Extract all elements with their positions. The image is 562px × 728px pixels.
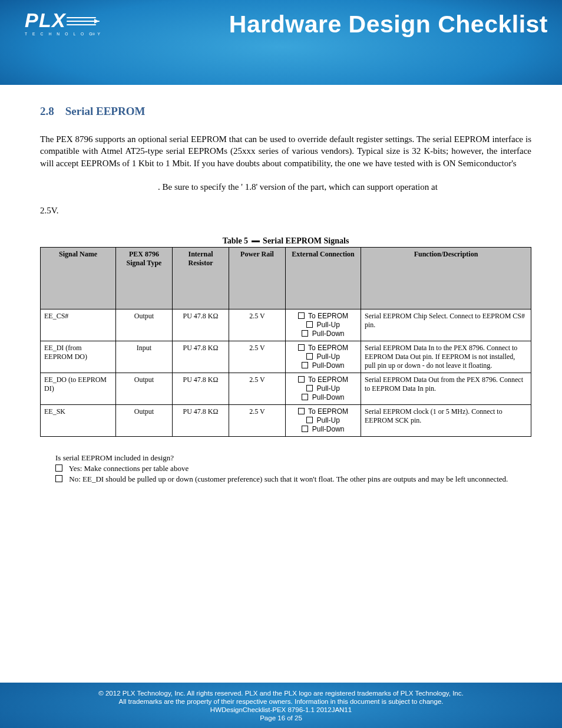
cell-connection: To EEPROM Pull-Up Pull-Down (286, 309, 361, 341)
post-no: No: EE_DI should be pulled up or down (c… (55, 475, 531, 484)
col-signal: Signal Name (41, 248, 116, 309)
checkbox-icon[interactable] (298, 408, 305, 414)
intro-paragraph-2: . Be sure to specify the ' 1.8' version … (158, 181, 531, 193)
checkbox-icon[interactable] (302, 394, 308, 400)
post-yes: Yes: Make connections per table above (55, 464, 531, 473)
footer-line: HWDesignChecklist-PEX 8796-1.1 2012JAN11 (0, 706, 562, 713)
svg-text:L: L (39, 9, 51, 31)
footer-line: Page 16 of 25 (0, 714, 562, 722)
post-table-checklist: Is serial EEPROM included in design? Yes… (55, 453, 531, 484)
banner-title: Hardware Design Checklist (229, 11, 548, 38)
checkbox-icon[interactable] (298, 376, 305, 383)
cell-rail: 2.5 V (229, 405, 286, 437)
col-conn: External Connection (286, 248, 361, 309)
intro-paragraph-3: 2.5V. (40, 205, 531, 216)
checkbox-icon[interactable] (306, 321, 313, 328)
svg-text:X: X (51, 9, 67, 31)
checkbox-icon[interactable] (306, 385, 313, 391)
table-row: EE_DO (to EEPROM DI)OutputPU 47.8 KΩ2.5 … (41, 373, 531, 405)
plx-logo-icon: P L X T E C H N O L O G Y ® (25, 7, 101, 42)
table-header-row: Signal Name PEX 8796 Signal Type Interna… (41, 248, 531, 309)
col-rail: Power Rail (229, 248, 286, 309)
table-row: EE_CS#OutputPU 47.8 KΩ2.5 V To EEPROM Pu… (41, 309, 531, 341)
cell-signal: EE_DI (from EEPROM DO) (41, 341, 116, 373)
footer-banner: © 2012 PLX Technology, Inc. All rights r… (0, 683, 562, 728)
checkbox-icon[interactable] (306, 417, 313, 423)
col-func: Function/Description (361, 248, 531, 309)
intro-paragraph-1: The PEX 8796 supports an optional serial… (40, 133, 531, 169)
svg-marker-6 (94, 19, 99, 24)
cell-signal: EE_SK (41, 405, 116, 437)
checkbox-icon[interactable] (55, 465, 62, 472)
checkbox-icon[interactable] (302, 426, 308, 432)
cell-rail: 2.5 V (229, 309, 286, 341)
checkbox-icon[interactable] (298, 312, 305, 319)
cell-func: Serial EEPROM Chip Select. Connect to EE… (361, 309, 531, 341)
section-heading: 2.8 Serial EEPROM (40, 105, 531, 118)
cell-connection: To EEPROM Pull-Up Pull-Down (286, 341, 361, 373)
cell-type: Output (116, 309, 173, 341)
cell-rail: 2.5 V (229, 341, 286, 373)
eeprom-signals-table: Signal Name PEX 8796 Signal Type Interna… (40, 247, 531, 437)
checkbox-icon[interactable] (298, 344, 305, 351)
cell-type: Output (116, 405, 173, 437)
cell-func: Serial EEPROM Data In to the PEX 8796. C… (361, 341, 531, 373)
cell-connection: To EEPROM Pull-Up Pull-Down (286, 373, 361, 405)
checkbox-icon[interactable] (302, 362, 308, 368)
col-type: PEX 8796 Signal Type (116, 248, 173, 309)
footer-line: All trademarks are the property of their… (0, 698, 562, 705)
table-row: EE_DI (from EEPROM DO)InputPU 47.8 KΩ2.5… (41, 341, 531, 373)
cell-int: PU 47.8 KΩ (173, 309, 229, 341)
cell-signal: EE_CS# (41, 309, 116, 341)
cell-int: PU 47.8 KΩ (173, 373, 229, 405)
cell-int: PU 47.8 KΩ (173, 341, 229, 373)
section-title: Serial EEPROM (65, 105, 146, 117)
checkbox-icon[interactable] (55, 475, 62, 482)
post-question: Is serial EEPROM included in design? (55, 453, 531, 463)
table-row: EE_SKOutputPU 47.8 KΩ2.5 V To EEPROM Pul… (41, 405, 531, 437)
footer-line: © 2012 PLX Technology, Inc. All rights r… (0, 690, 562, 697)
cell-signal: EE_DO (to EEPROM DI) (41, 373, 116, 405)
cell-type: Output (116, 373, 173, 405)
cell-connection: To EEPROM Pull-Up Pull-Down (286, 405, 361, 437)
col-internal: Internal Resistor (173, 248, 229, 309)
header-banner: P L X T E C H N O L O G Y ® Hardware Des… (0, 0, 562, 85)
cell-rail: 2.5 V (229, 373, 286, 405)
section-number: 2.8 (40, 105, 62, 118)
svg-text:®: ® (92, 32, 95, 37)
cell-func: Serial EEPROM Data Out from the PEX 8796… (361, 373, 531, 405)
svg-text:P: P (25, 9, 38, 31)
checkbox-icon[interactable] (306, 353, 313, 360)
cell-int: PU 47.8 KΩ (173, 405, 229, 437)
checkbox-icon[interactable] (302, 330, 308, 337)
svg-text:T E C H N O L O G Y: T E C H N O L O G Y (25, 32, 101, 36)
table-caption: Table 5 Serial EEPROM Signals (40, 236, 531, 246)
cell-func: Serial EEPROM clock (1 or 5 MHz). Connec… (361, 405, 531, 437)
cell-type: Input (116, 341, 173, 373)
